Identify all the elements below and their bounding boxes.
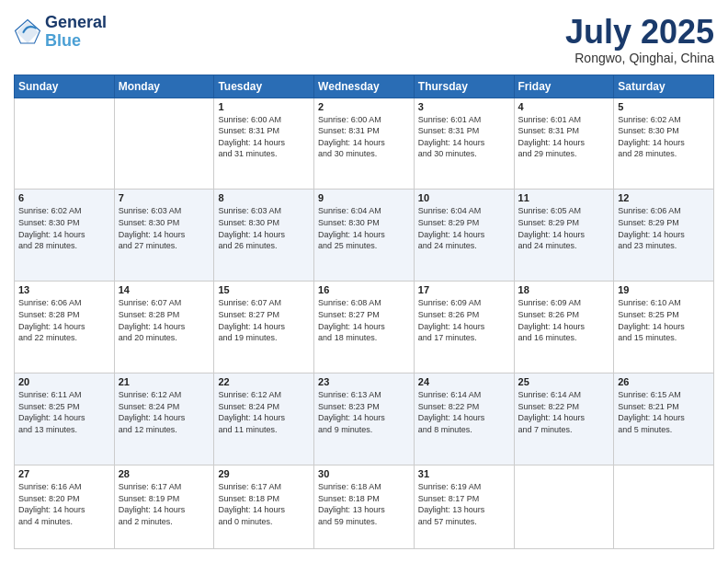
logo: General Blue	[14, 14, 107, 51]
day-number: 20	[18, 376, 110, 387]
table-row	[614, 465, 714, 549]
day-number: 14	[119, 284, 210, 295]
table-row: 19Sunrise: 6:10 AMSunset: 8:25 PMDayligh…	[614, 282, 714, 373]
day-number: 3	[418, 101, 510, 112]
table-row: 6Sunrise: 6:02 AMSunset: 8:30 PMDaylight…	[15, 190, 115, 282]
table-row: 24Sunrise: 6:14 AMSunset: 8:22 PMDayligh…	[414, 373, 514, 465]
day-info: Sunrise: 6:08 AMSunset: 8:27 PMDaylight:…	[318, 297, 410, 343]
calendar-week-row: 20Sunrise: 6:11 AMSunset: 8:25 PMDayligh…	[15, 373, 714, 465]
day-number: 16	[318, 284, 410, 295]
day-info: Sunrise: 6:14 AMSunset: 8:22 PMDaylight:…	[518, 389, 610, 435]
table-row: 12Sunrise: 6:06 AMSunset: 8:29 PMDayligh…	[614, 190, 714, 282]
day-number: 19	[618, 284, 710, 295]
table-row: 4Sunrise: 6:01 AMSunset: 8:31 PMDaylight…	[514, 98, 614, 190]
day-info: Sunrise: 6:02 AMSunset: 8:30 PMDaylight:…	[618, 114, 710, 160]
calendar-week-row: 13Sunrise: 6:06 AMSunset: 8:28 PMDayligh…	[15, 282, 714, 373]
day-number: 15	[218, 284, 310, 295]
table-row: 17Sunrise: 6:09 AMSunset: 8:26 PMDayligh…	[414, 282, 514, 373]
table-row: 18Sunrise: 6:09 AMSunset: 8:26 PMDayligh…	[514, 282, 614, 373]
table-row	[514, 465, 614, 549]
day-number: 9	[318, 192, 410, 203]
day-number: 13	[18, 284, 110, 295]
day-number: 31	[418, 468, 510, 479]
day-number: 17	[418, 284, 510, 295]
day-info: Sunrise: 6:03 AMSunset: 8:30 PMDaylight:…	[119, 205, 210, 251]
day-info: Sunrise: 6:02 AMSunset: 8:30 PMDaylight:…	[18, 205, 110, 251]
day-number: 4	[518, 101, 610, 112]
day-number: 22	[218, 376, 310, 387]
table-row: 13Sunrise: 6:06 AMSunset: 8:28 PMDayligh…	[15, 282, 115, 373]
table-row: 15Sunrise: 6:07 AMSunset: 8:27 PMDayligh…	[214, 282, 314, 373]
table-row	[15, 98, 115, 190]
day-number: 30	[318, 468, 410, 479]
table-row: 9Sunrise: 6:04 AMSunset: 8:30 PMDaylight…	[314, 190, 415, 282]
day-info: Sunrise: 6:12 AMSunset: 8:24 PMDaylight:…	[218, 389, 310, 435]
table-row: 1Sunrise: 6:00 AMSunset: 8:31 PMDaylight…	[214, 98, 314, 190]
day-info: Sunrise: 6:18 AMSunset: 8:18 PMDaylight:…	[318, 481, 410, 527]
page: General Blue July 2025 Rongwo, Qinghai, …	[0, 0, 728, 563]
table-row: 29Sunrise: 6:17 AMSunset: 8:18 PMDayligh…	[214, 465, 314, 549]
table-row: 22Sunrise: 6:12 AMSunset: 8:24 PMDayligh…	[214, 373, 314, 465]
day-info: Sunrise: 6:13 AMSunset: 8:23 PMDaylight:…	[318, 389, 410, 435]
title-block: July 2025 Rongwo, Qinghai, China	[565, 14, 714, 65]
table-row: 28Sunrise: 6:17 AMSunset: 8:19 PMDayligh…	[114, 465, 214, 549]
day-info: Sunrise: 6:09 AMSunset: 8:26 PMDaylight:…	[518, 297, 610, 343]
day-number: 1	[218, 101, 310, 112]
table-row: 3Sunrise: 6:01 AMSunset: 8:31 PMDaylight…	[414, 98, 514, 190]
day-info: Sunrise: 6:14 AMSunset: 8:22 PMDaylight:…	[418, 389, 510, 435]
day-number: 8	[218, 192, 310, 203]
day-info: Sunrise: 6:01 AMSunset: 8:31 PMDaylight:…	[418, 114, 510, 160]
table-row: 14Sunrise: 6:07 AMSunset: 8:28 PMDayligh…	[114, 282, 214, 373]
day-info: Sunrise: 6:12 AMSunset: 8:24 PMDaylight:…	[119, 389, 210, 435]
day-info: Sunrise: 6:07 AMSunset: 8:28 PMDaylight:…	[119, 297, 210, 343]
table-row: 10Sunrise: 6:04 AMSunset: 8:29 PMDayligh…	[414, 190, 514, 282]
table-row: 8Sunrise: 6:03 AMSunset: 8:30 PMDaylight…	[214, 190, 314, 282]
location-subtitle: Rongwo, Qinghai, China	[565, 51, 714, 65]
table-row: 26Sunrise: 6:15 AMSunset: 8:21 PMDayligh…	[614, 373, 714, 465]
day-number: 23	[318, 376, 410, 387]
day-number: 10	[418, 192, 510, 203]
table-row: 7Sunrise: 6:03 AMSunset: 8:30 PMDaylight…	[114, 190, 214, 282]
day-number: 5	[618, 101, 710, 112]
day-info: Sunrise: 6:06 AMSunset: 8:29 PMDaylight:…	[618, 205, 710, 251]
calendar-week-row: 1Sunrise: 6:00 AMSunset: 8:31 PMDaylight…	[15, 98, 714, 190]
table-row: 25Sunrise: 6:14 AMSunset: 8:22 PMDayligh…	[514, 373, 614, 465]
table-row: 27Sunrise: 6:16 AMSunset: 8:20 PMDayligh…	[15, 465, 115, 549]
col-sunday: Sunday	[15, 75, 115, 98]
day-info: Sunrise: 6:17 AMSunset: 8:19 PMDaylight:…	[119, 481, 210, 527]
day-info: Sunrise: 6:09 AMSunset: 8:26 PMDaylight:…	[418, 297, 510, 343]
col-thursday: Thursday	[414, 75, 514, 98]
table-row: 31Sunrise: 6:19 AMSunset: 8:17 PMDayligh…	[414, 465, 514, 549]
day-number: 11	[518, 192, 610, 203]
day-info: Sunrise: 6:00 AMSunset: 8:31 PMDaylight:…	[218, 114, 310, 160]
table-row: 23Sunrise: 6:13 AMSunset: 8:23 PMDayligh…	[314, 373, 415, 465]
calendar-week-row: 6Sunrise: 6:02 AMSunset: 8:30 PMDaylight…	[15, 190, 714, 282]
month-title: July 2025	[565, 14, 714, 51]
logo-icon	[14, 18, 41, 46]
col-tuesday: Tuesday	[214, 75, 314, 98]
day-number: 28	[119, 468, 210, 479]
day-info: Sunrise: 6:04 AMSunset: 8:30 PMDaylight:…	[318, 205, 410, 251]
day-info: Sunrise: 6:03 AMSunset: 8:30 PMDaylight:…	[218, 205, 310, 251]
table-row: 16Sunrise: 6:08 AMSunset: 8:27 PMDayligh…	[314, 282, 415, 373]
day-info: Sunrise: 6:17 AMSunset: 8:18 PMDaylight:…	[218, 481, 310, 527]
table-row: 2Sunrise: 6:00 AMSunset: 8:31 PMDaylight…	[314, 98, 415, 190]
day-number: 24	[418, 376, 510, 387]
day-number: 21	[119, 376, 210, 387]
col-saturday: Saturday	[614, 75, 714, 98]
day-info: Sunrise: 6:16 AMSunset: 8:20 PMDaylight:…	[18, 481, 110, 527]
day-info: Sunrise: 6:06 AMSunset: 8:28 PMDaylight:…	[18, 297, 110, 343]
day-number: 6	[18, 192, 110, 203]
day-info: Sunrise: 6:07 AMSunset: 8:27 PMDaylight:…	[218, 297, 310, 343]
day-info: Sunrise: 6:00 AMSunset: 8:31 PMDaylight:…	[318, 114, 410, 160]
day-info: Sunrise: 6:01 AMSunset: 8:31 PMDaylight:…	[518, 114, 610, 160]
calendar-table: Sunday Monday Tuesday Wednesday Thursday…	[14, 75, 714, 549]
col-friday: Friday	[514, 75, 614, 98]
day-info: Sunrise: 6:04 AMSunset: 8:29 PMDaylight:…	[418, 205, 510, 251]
day-info: Sunrise: 6:11 AMSunset: 8:25 PMDaylight:…	[18, 389, 110, 435]
day-info: Sunrise: 6:05 AMSunset: 8:29 PMDaylight:…	[518, 205, 610, 251]
day-info: Sunrise: 6:19 AMSunset: 8:17 PMDaylight:…	[418, 481, 510, 527]
calendar-header-row: Sunday Monday Tuesday Wednesday Thursday…	[15, 75, 714, 98]
header: General Blue July 2025 Rongwo, Qinghai, …	[14, 14, 714, 65]
day-number: 27	[18, 468, 110, 479]
